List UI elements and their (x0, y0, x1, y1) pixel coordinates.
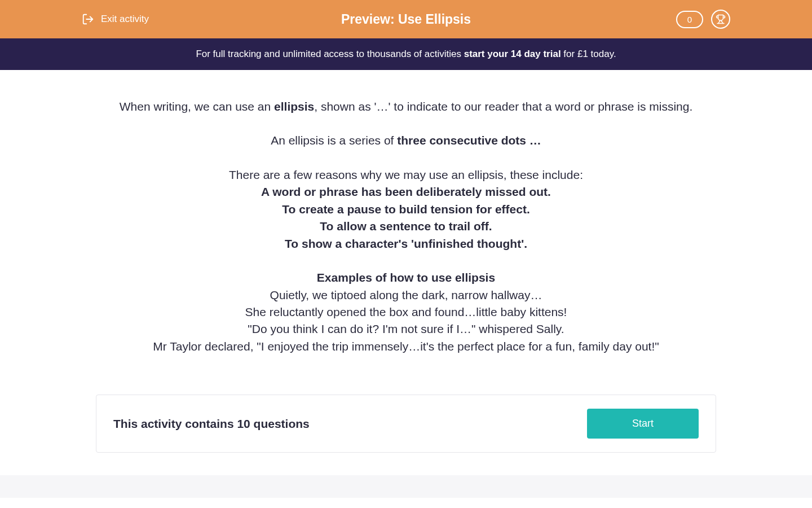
start-button[interactable]: Start (587, 409, 699, 439)
header-right-group: 0 (676, 10, 730, 29)
reason-1: A word or phrase has been deliberately m… (107, 183, 705, 200)
p1-pre: When writing, we can use an (120, 100, 274, 113)
banner-bold-text: start your 14 day trial (464, 49, 561, 59)
example-1: Quietly, we tiptoed along the dark, narr… (107, 287, 705, 304)
lesson-content: When writing, we can use an ellipsis, sh… (96, 70, 716, 395)
reasons-intro: There are a few reasons why we may use a… (107, 167, 705, 183)
p2-pre: An ellipsis is a series of (271, 134, 397, 147)
reasons-block: There are a few reasons why we may use a… (107, 167, 705, 252)
action-bar: This activity contains 10 questions Star… (96, 395, 716, 453)
banner-pre-text: For full tracking and unlimited access t… (196, 49, 464, 59)
exit-label: Exit activity (101, 14, 149, 25)
reason-2: To create a pause to build tension for e… (107, 201, 705, 218)
footer-spacer (0, 475, 812, 498)
score-badge: 0 (676, 11, 703, 28)
reason-3: To allow a sentence to trail off. (107, 218, 705, 235)
p1-post: , shown as '…' to indicate to our reader… (314, 100, 692, 113)
reason-4: To show a character's 'unfinished though… (107, 235, 705, 252)
trial-banner[interactable]: For full tracking and unlimited access t… (0, 38, 812, 70)
example-4: Mr Taylor declared, "I enjoyed the trip … (107, 338, 705, 355)
banner-post-text: for £1 today. (561, 49, 616, 59)
header-bar: Exit activity Preview: Use Ellipsis 0 (0, 0, 812, 38)
example-3: "Do you think I can do it? I'm not sure … (107, 321, 705, 338)
trophy-icon (716, 14, 726, 24)
examples-block: Examples of how to use ellipsis Quietly,… (107, 269, 705, 355)
paragraph-1: When writing, we can use an ellipsis, sh… (107, 98, 705, 115)
trophy-button[interactable] (711, 10, 730, 29)
examples-heading: Examples of how to use ellipsis (107, 269, 705, 286)
page-title: Preview: Use Ellipsis (341, 12, 471, 27)
p2-bold: three consecutive dots … (397, 134, 541, 147)
exit-icon (82, 13, 94, 25)
paragraph-2: An ellipsis is a series of three consecu… (107, 132, 705, 149)
p1-bold: ellipsis (274, 100, 314, 113)
exit-activity-button[interactable]: Exit activity (82, 13, 149, 25)
question-count-text: This activity contains 10 questions (113, 417, 310, 431)
example-2: She reluctantly opened the box and found… (107, 304, 705, 321)
